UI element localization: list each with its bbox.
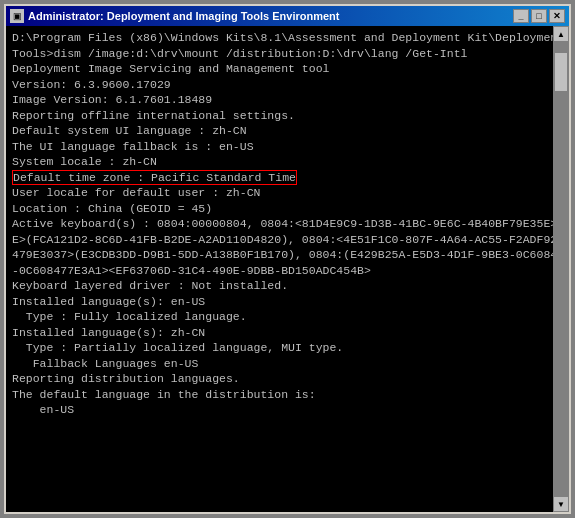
console-output: D:\Program Files (x86)\Windows Kits\8.1\… bbox=[6, 26, 569, 512]
title-bar: ▣ Administrator: Deployment and Imaging … bbox=[6, 6, 569, 26]
console-line: Reporting distribution languages. bbox=[12, 371, 563, 387]
console-line: Type : Partially localized language, MUI… bbox=[12, 340, 563, 356]
console-line: Image Version: 6.1.7601.18489 bbox=[12, 92, 563, 108]
console-line: Tools>dism /image:d:\drv\mount /distribu… bbox=[12, 46, 563, 62]
console-line: Default time zone : Pacific Standard Tim… bbox=[12, 170, 563, 186]
console-line: User locale for default user : zh-CN bbox=[12, 185, 563, 201]
console-line: 479E3037>(E3CDB3DD-D9B1-5DD-A138B0F1B170… bbox=[12, 247, 563, 263]
main-window: ▣ Administrator: Deployment and Imaging … bbox=[4, 4, 571, 514]
window-title: Administrator: Deployment and Imaging To… bbox=[28, 10, 513, 22]
console-line: Installed language(s): zh-CN bbox=[12, 325, 563, 341]
scroll-down-button[interactable]: ▼ bbox=[553, 496, 569, 512]
console-line: The UI language fallback is : en-US bbox=[12, 139, 563, 155]
console-line: E>(FCA121D2-8C6D-41FB-B2DE-A2AD110D4820)… bbox=[12, 232, 563, 248]
console-line: System locale : zh-CN bbox=[12, 154, 563, 170]
console-line: Reporting offline international settings… bbox=[12, 108, 563, 124]
console-line: Installed language(s): en-US bbox=[12, 294, 563, 310]
scroll-thumb[interactable] bbox=[554, 52, 568, 92]
console-line: Default system UI language : zh-CN bbox=[12, 123, 563, 139]
console-line: Version: 6.3.9600.17029 bbox=[12, 77, 563, 93]
window-icon: ▣ bbox=[10, 9, 24, 23]
console-line: Fallback Languages en-US bbox=[12, 356, 563, 372]
console-line: D:\Program Files (x86)\Windows Kits\8.1\… bbox=[12, 30, 563, 46]
maximize-button[interactable]: □ bbox=[531, 9, 547, 23]
console-line: Keyboard layered driver : Not installed. bbox=[12, 278, 563, 294]
highlighted-line: Default time zone : Pacific Standard Tim… bbox=[12, 170, 297, 185]
console-line: -0C608477E3A1><EF63706D-31C4-490E-9DBB-B… bbox=[12, 263, 563, 279]
console-line: Type : Fully localized language. bbox=[12, 309, 563, 325]
console-line: en-US bbox=[12, 402, 563, 418]
console-line: Deployment Image Servicing and Managemen… bbox=[12, 61, 563, 77]
title-bar-buttons: _ □ ✕ bbox=[513, 9, 565, 23]
console-text-block: D:\Program Files (x86)\Windows Kits\8.1\… bbox=[12, 30, 563, 418]
scroll-track[interactable] bbox=[553, 42, 569, 496]
console-line: The default language in the distribution… bbox=[12, 387, 563, 403]
console-line: Location : China (GEOID = 45) bbox=[12, 201, 563, 217]
close-button[interactable]: ✕ bbox=[549, 9, 565, 23]
console-line: Active keyboard(s) : 0804:00000804, 0804… bbox=[12, 216, 563, 232]
scroll-up-button[interactable]: ▲ bbox=[553, 26, 569, 42]
minimize-button[interactable]: _ bbox=[513, 9, 529, 23]
vertical-scrollbar[interactable]: ▲ ▼ bbox=[553, 26, 569, 512]
